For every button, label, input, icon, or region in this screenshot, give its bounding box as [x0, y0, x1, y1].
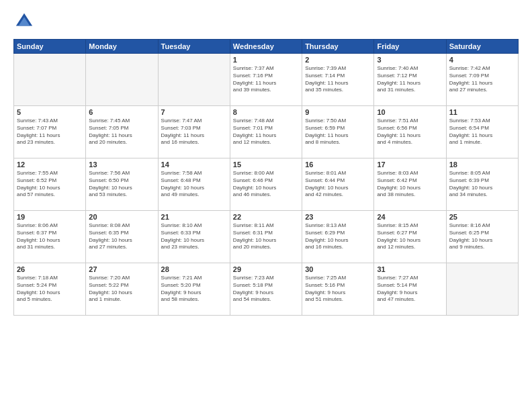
calendar-cell: 17Sunrise: 8:03 AM Sunset: 6:42 PM Dayli…	[374, 158, 446, 211]
calendar: SundayMondayTuesdayWednesdayThursdayFrid…	[13, 39, 519, 316]
day-info: Sunrise: 7:23 AM Sunset: 5:18 PM Dayligh…	[233, 275, 299, 304]
day-info: Sunrise: 7:20 AM Sunset: 5:22 PM Dayligh…	[89, 275, 154, 304]
day-info: Sunrise: 7:48 AM Sunset: 7:01 PM Dayligh…	[233, 118, 299, 146]
day-header-tuesday: Tuesday	[158, 40, 230, 54]
day-info: Sunrise: 7:21 AM Sunset: 5:20 PM Dayligh…	[161, 275, 227, 304]
day-number: 4	[449, 56, 515, 64]
calendar-cell: 15Sunrise: 8:00 AM Sunset: 6:46 PM Dayli…	[230, 158, 302, 211]
day-number: 25	[449, 213, 515, 221]
calendar-cell: 23Sunrise: 8:13 AM Sunset: 6:29 PM Dayli…	[302, 211, 374, 263]
day-number: 5	[17, 108, 83, 116]
day-number: 26	[17, 265, 83, 273]
logo	[13, 12, 34, 34]
day-header-thursday: Thursday	[302, 40, 374, 54]
day-info: Sunrise: 7:37 AM Sunset: 7:16 PM Dayligh…	[233, 65, 299, 94]
day-info: Sunrise: 8:00 AM Sunset: 6:46 PM Dayligh…	[233, 170, 299, 199]
day-info: Sunrise: 7:43 AM Sunset: 7:07 PM Dayligh…	[17, 118, 83, 146]
day-number: 1	[233, 56, 299, 64]
day-number: 20	[89, 213, 154, 221]
day-number: 21	[161, 213, 227, 221]
day-info: Sunrise: 7:55 AM Sunset: 6:52 PM Dayligh…	[17, 170, 83, 199]
day-header-wednesday: Wednesday	[230, 40, 302, 54]
calendar-cell: 20Sunrise: 8:08 AM Sunset: 6:35 PM Dayli…	[86, 211, 158, 263]
calendar-cell: 6Sunrise: 7:45 AM Sunset: 7:05 PM Daylig…	[86, 106, 158, 158]
day-number: 8	[233, 108, 299, 116]
day-info: Sunrise: 8:13 AM Sunset: 6:29 PM Dayligh…	[305, 222, 371, 251]
calendar-cell: 26Sunrise: 7:18 AM Sunset: 5:24 PM Dayli…	[14, 263, 86, 316]
calendar-cell: 19Sunrise: 8:06 AM Sunset: 6:37 PM Dayli…	[14, 211, 86, 263]
week-row-4: 19Sunrise: 8:06 AM Sunset: 6:37 PM Dayli…	[14, 211, 519, 263]
calendar-cell: 31Sunrise: 7:27 AM Sunset: 5:14 PM Dayli…	[374, 263, 446, 316]
day-info: Sunrise: 8:16 AM Sunset: 6:25 PM Dayligh…	[449, 222, 515, 251]
calendar-cell: 4Sunrise: 7:42 AM Sunset: 7:09 PM Daylig…	[446, 54, 518, 106]
day-header-monday: Monday	[86, 40, 158, 54]
day-info: Sunrise: 7:53 AM Sunset: 6:54 PM Dayligh…	[449, 118, 515, 146]
day-number: 3	[377, 56, 443, 64]
calendar-cell: 5Sunrise: 7:43 AM Sunset: 7:07 PM Daylig…	[14, 106, 86, 158]
day-info: Sunrise: 8:08 AM Sunset: 6:35 PM Dayligh…	[89, 222, 154, 251]
day-number: 9	[305, 108, 371, 116]
calendar-cell: 22Sunrise: 8:11 AM Sunset: 6:31 PM Dayli…	[230, 211, 302, 263]
calendar-cell: 29Sunrise: 7:23 AM Sunset: 5:18 PM Dayli…	[230, 263, 302, 316]
day-info: Sunrise: 7:50 AM Sunset: 6:59 PM Dayligh…	[305, 118, 371, 146]
calendar-cell: 10Sunrise: 7:51 AM Sunset: 6:56 PM Dayli…	[374, 106, 446, 158]
day-number: 17	[377, 161, 443, 169]
day-number: 24	[377, 213, 443, 221]
calendar-cell: 27Sunrise: 7:20 AM Sunset: 5:22 PM Dayli…	[86, 263, 158, 316]
day-number: 16	[305, 161, 371, 169]
calendar-cell: 12Sunrise: 7:55 AM Sunset: 6:52 PM Dayli…	[14, 158, 86, 211]
calendar-cell: 7Sunrise: 7:47 AM Sunset: 7:03 PM Daylig…	[158, 106, 230, 158]
calendar-cell	[86, 54, 158, 106]
calendar-cell	[158, 54, 230, 106]
day-info: Sunrise: 7:56 AM Sunset: 6:50 PM Dayligh…	[89, 170, 154, 199]
week-row-2: 5Sunrise: 7:43 AM Sunset: 7:07 PM Daylig…	[14, 106, 519, 158]
day-info: Sunrise: 7:18 AM Sunset: 5:24 PM Dayligh…	[17, 275, 83, 304]
calendar-cell: 24Sunrise: 8:15 AM Sunset: 6:27 PM Dayli…	[374, 211, 446, 263]
day-number: 11	[449, 108, 515, 116]
calendar-cell: 8Sunrise: 7:48 AM Sunset: 7:01 PM Daylig…	[230, 106, 302, 158]
day-info: Sunrise: 7:58 AM Sunset: 6:48 PM Dayligh…	[161, 170, 227, 199]
day-number: 12	[17, 161, 83, 169]
day-number: 15	[233, 161, 299, 169]
calendar-cell: 1Sunrise: 7:37 AM Sunset: 7:16 PM Daylig…	[230, 54, 302, 106]
day-number: 7	[161, 108, 227, 116]
day-number: 29	[233, 265, 299, 273]
day-number: 13	[89, 161, 154, 169]
day-info: Sunrise: 8:05 AM Sunset: 6:39 PM Dayligh…	[449, 170, 515, 199]
day-number: 27	[89, 265, 154, 273]
day-info: Sunrise: 7:27 AM Sunset: 5:14 PM Dayligh…	[377, 275, 443, 304]
day-info: Sunrise: 8:01 AM Sunset: 6:44 PM Dayligh…	[305, 170, 371, 199]
day-number: 14	[161, 161, 227, 169]
calendar-cell: 2Sunrise: 7:39 AM Sunset: 7:14 PM Daylig…	[302, 54, 374, 106]
day-number: 30	[305, 265, 371, 273]
calendar-cell: 13Sunrise: 7:56 AM Sunset: 6:50 PM Dayli…	[86, 158, 158, 211]
calendar-cell: 21Sunrise: 8:10 AM Sunset: 6:33 PM Dayli…	[158, 211, 230, 263]
calendar-cell: 16Sunrise: 8:01 AM Sunset: 6:44 PM Dayli…	[302, 158, 374, 211]
day-number: 28	[161, 265, 227, 273]
day-number: 19	[17, 213, 83, 221]
day-info: Sunrise: 7:39 AM Sunset: 7:14 PM Dayligh…	[305, 65, 371, 94]
calendar-cell: 9Sunrise: 7:50 AM Sunset: 6:59 PM Daylig…	[302, 106, 374, 158]
day-info: Sunrise: 8:11 AM Sunset: 6:31 PM Dayligh…	[233, 222, 299, 251]
day-number: 10	[377, 108, 443, 116]
day-info: Sunrise: 8:10 AM Sunset: 6:33 PM Dayligh…	[161, 222, 227, 251]
calendar-header-row: SundayMondayTuesdayWednesdayThursdayFrid…	[14, 40, 519, 54]
day-header-friday: Friday	[374, 40, 446, 54]
day-info: Sunrise: 8:15 AM Sunset: 6:27 PM Dayligh…	[377, 222, 443, 251]
day-info: Sunrise: 8:06 AM Sunset: 6:37 PM Dayligh…	[17, 222, 83, 251]
day-info: Sunrise: 8:03 AM Sunset: 6:42 PM Dayligh…	[377, 170, 443, 199]
header	[13, 12, 519, 34]
day-info: Sunrise: 7:42 AM Sunset: 7:09 PM Dayligh…	[449, 65, 515, 94]
week-row-5: 26Sunrise: 7:18 AM Sunset: 5:24 PM Dayli…	[14, 263, 519, 316]
day-number: 18	[449, 161, 515, 169]
page: SundayMondayTuesdayWednesdayThursdayFrid…	[0, 0, 532, 411]
day-number: 2	[305, 56, 371, 64]
calendar-cell: 30Sunrise: 7:25 AM Sunset: 5:16 PM Dayli…	[302, 263, 374, 316]
day-info: Sunrise: 7:40 AM Sunset: 7:12 PM Dayligh…	[377, 65, 443, 94]
calendar-cell: 25Sunrise: 8:16 AM Sunset: 6:25 PM Dayli…	[446, 211, 518, 263]
logo-icon	[15, 12, 34, 31]
day-info: Sunrise: 7:45 AM Sunset: 7:05 PM Dayligh…	[89, 118, 154, 146]
day-number: 6	[89, 108, 154, 116]
day-header-saturday: Saturday	[446, 40, 518, 54]
calendar-cell: 11Sunrise: 7:53 AM Sunset: 6:54 PM Dayli…	[446, 106, 518, 158]
